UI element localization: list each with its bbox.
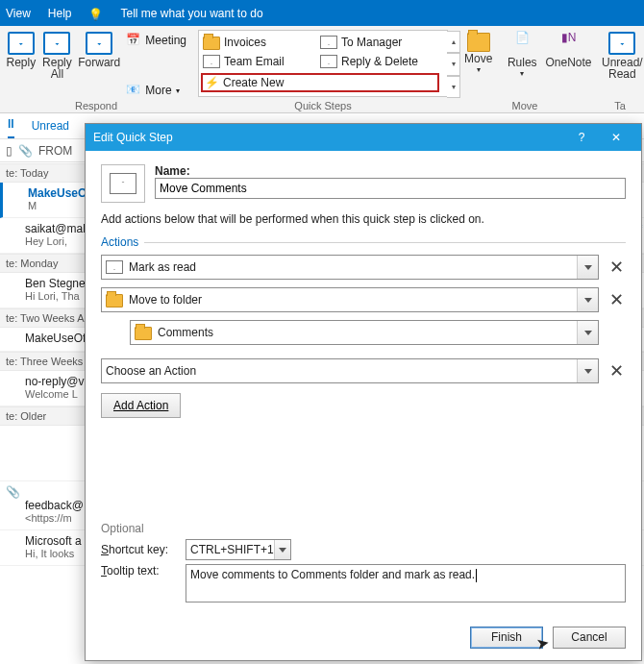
onenote-icon: ▮N (556, 32, 582, 55)
folder-icon (135, 327, 152, 340)
name-input[interactable] (155, 178, 626, 199)
chevron-down-icon[interactable] (577, 288, 598, 311)
envelope-icon (110, 173, 136, 194)
meeting-button[interactable]: 📅Meeting (126, 32, 186, 49)
rules-icon: 📄 (508, 32, 535, 55)
delete-action-2[interactable]: ✕ (607, 290, 626, 309)
folder-icon (106, 294, 123, 307)
text-caret (476, 569, 477, 582)
more-icon: 📧 (126, 83, 141, 98)
quicksteps-label: Quick Steps (198, 100, 448, 111)
forward-button[interactable]: Forward (78, 30, 120, 97)
forward-icon (86, 32, 112, 55)
mark-read-icon (106, 260, 123, 274)
onenote-button[interactable]: ▮NOneNote (547, 30, 590, 97)
dialog-titlebar[interactable]: Edit Quick Step ? ✕ (86, 124, 641, 151)
qs-team-email[interactable]: Team Email (201, 54, 314, 69)
menu-view[interactable]: View (6, 7, 31, 20)
edit-quick-step-dialog: Edit Quick Step ? ✕ Name: Add actions be… (85, 123, 642, 661)
name-label: Name: (155, 164, 626, 178)
tooltip-input[interactable]: Move comments to Comments folder and mar… (186, 564, 626, 603)
action-2-folder-combo[interactable]: Comments (130, 320, 599, 345)
tooltip-label: Tooltip text: (101, 564, 178, 578)
reply-button[interactable]: Reply (6, 30, 37, 97)
more-button[interactable]: 📧More ▾ (126, 82, 186, 99)
actions-header: Actions (101, 235, 138, 249)
chevron-down-icon[interactable] (577, 359, 598, 382)
quicksteps-gallery[interactable]: Invoices To Manager Team Email Reply & D… (198, 30, 448, 97)
ribbon-move: Move▾ 📄Rules▾ ▮NOneNote Move (454, 26, 596, 112)
menubar: View Help 💡Tell me what you want to do (0, 0, 644, 26)
tab-all[interactable]: ll (8, 113, 14, 138)
help-button[interactable]: ? (564, 124, 599, 151)
chevron-down-icon[interactable] (577, 256, 598, 279)
optional-label: Optional (101, 522, 626, 535)
qs-to-manager[interactable]: To Manager (318, 35, 432, 50)
bulb-icon: 💡 (88, 8, 103, 21)
delete-action-1[interactable]: ✕ (607, 258, 626, 277)
finish-button[interactable]: Finish (470, 627, 543, 649)
ribbon-quicksteps: Invoices To Manager Team Email Reply & D… (192, 26, 454, 112)
ribbon: Reply Reply All Forward 📅Meeting 📧More ▾… (0, 26, 644, 113)
shortcut-label: Shortcut key: (101, 543, 178, 556)
respond-label: Respond (6, 100, 186, 111)
tags-label: Ta (602, 100, 638, 111)
bolt-icon: ⚡ (205, 76, 219, 89)
action-1-combo[interactable]: Mark as read (101, 255, 599, 280)
attachment-icon[interactable]: 📎 (18, 144, 33, 158)
reply-icon (8, 32, 35, 55)
folder-icon (203, 37, 220, 50)
instruction-text: Add actions below that will be performed… (101, 212, 626, 226)
cancel-button[interactable]: Cancel (553, 627, 626, 649)
unread-read-button[interactable]: Unread/ Read (602, 30, 643, 97)
qs-create-new[interactable]: ⚡Create New (201, 73, 439, 92)
delete-action-3[interactable]: ✕ (607, 361, 626, 381)
action-3-combo[interactable]: Choose an Action (101, 358, 599, 383)
select-icon[interactable]: ▯ (6, 144, 12, 158)
tell-me[interactable]: 💡Tell me what you want to do (88, 7, 280, 20)
envelope-icon (203, 55, 220, 68)
chevron-down-icon[interactable] (577, 321, 598, 344)
quickstep-icon-picker[interactable] (101, 164, 145, 203)
add-action-button[interactable]: Add Action (101, 393, 181, 418)
menu-help[interactable]: Help (48, 7, 72, 20)
ribbon-tags: Unread/ Read Ta (596, 26, 644, 112)
close-button[interactable]: ✕ (599, 124, 633, 151)
calendar-icon: 📅 (126, 33, 141, 48)
chevron-down-icon[interactable] (274, 540, 290, 559)
qs-scroll[interactable]: ▴▾▾ (447, 31, 460, 98)
qs-reply-delete[interactable]: Reply & Delete (318, 54, 432, 69)
move-label: Move (459, 100, 590, 111)
reply-all-icon (43, 32, 70, 55)
reply-all-button[interactable]: Reply All (42, 30, 73, 97)
shortcut-combo[interactable]: CTRL+SHIFT+1 (186, 539, 291, 560)
envelope-icon (608, 32, 635, 55)
action-2-combo[interactable]: Move to folder (101, 287, 599, 312)
envelope-icon (320, 55, 337, 68)
tab-unread[interactable]: Unread (32, 115, 69, 138)
move-button[interactable]: Move▾ (459, 30, 498, 97)
attachment-icon: 📎 (6, 485, 20, 499)
folder-icon (467, 33, 490, 52)
ribbon-respond: Reply Reply All Forward 📅Meeting 📧More ▾… (0, 26, 192, 112)
filter-from[interactable]: FROM (38, 144, 72, 158)
rules-button[interactable]: 📄Rules▾ (504, 30, 542, 97)
dialog-title: Edit Quick Step (93, 131, 173, 144)
qs-invoices[interactable]: Invoices (201, 35, 314, 50)
envelope-icon (320, 36, 337, 49)
